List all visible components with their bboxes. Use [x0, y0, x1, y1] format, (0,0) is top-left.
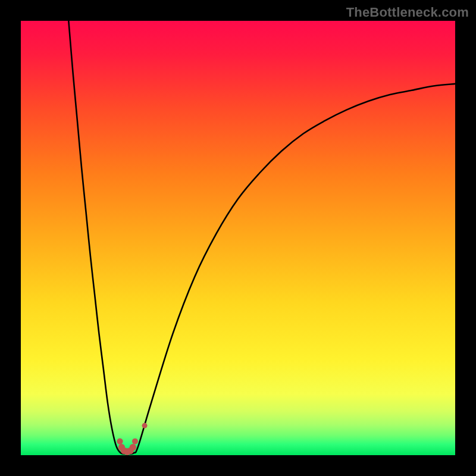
chart-canvas: [21, 21, 455, 455]
watermark-label: TheBottleneck.com: [346, 5, 469, 20]
plot-area: [21, 21, 455, 455]
chart-frame: TheBottleneck.com: [0, 0, 476, 476]
